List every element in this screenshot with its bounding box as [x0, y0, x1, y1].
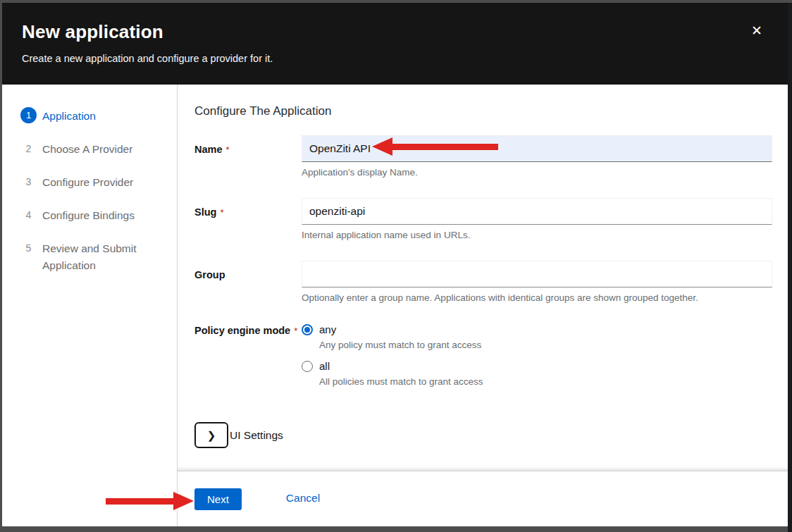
step-label: Application	[42, 107, 96, 125]
slug-helper-text: Internal application name used in URLs.	[302, 230, 772, 240]
wizard-content: Configure The Application Name* Applicat…	[178, 85, 788, 471]
wizard-step-choose-provider[interactable]: 2 Choose A Provider	[20, 135, 166, 163]
policy-mode-option-all: all All policies must match to grant acc…	[302, 360, 772, 387]
name-field-row: Name* Application's display Name.	[194, 135, 772, 178]
modal-subtitle: Create a new application and configure a…	[22, 53, 768, 64]
ui-settings-expand-button[interactable]: ❯	[194, 422, 228, 448]
radio-any[interactable]	[302, 324, 313, 335]
step-label: Configure Provider	[42, 173, 133, 191]
wizard-step-configure-bindings[interactable]: 4 Configure Bindings	[20, 201, 166, 230]
radio-all[interactable]	[302, 361, 313, 372]
slug-field-row: Slug* Internal application name used in …	[194, 198, 772, 240]
slug-label: Slug	[194, 206, 216, 218]
wizard-right-column: Configure The Application Name* Applicat…	[178, 85, 788, 526]
step-label: Configure Bindings	[42, 206, 135, 224]
name-input[interactable]	[302, 135, 772, 162]
close-icon[interactable]: ✕	[751, 24, 762, 37]
radio-any-label[interactable]: any	[319, 323, 336, 335]
ui-settings-section: ❯ UI Settings	[194, 422, 772, 448]
wizard-step-configure-provider[interactable]: 3 Configure Provider	[20, 168, 166, 197]
required-asterisk: *	[220, 207, 223, 218]
required-asterisk: *	[226, 144, 230, 155]
step-number-badge: 3	[20, 173, 37, 190]
policy-engine-mode-label: Policy engine mode	[194, 325, 290, 336]
step-number-badge: 1	[20, 107, 37, 123]
radio-all-helper: All policies must match to grant access	[319, 376, 772, 387]
new-application-modal: New application Create a new application…	[2, 3, 788, 526]
step-label: Choose A Provider	[42, 140, 132, 158]
modal-title: New application	[22, 21, 768, 43]
group-input[interactable]	[302, 261, 772, 287]
ui-settings-label: UI Settings	[230, 429, 283, 442]
name-label: Name	[194, 144, 223, 155]
group-helper-text: Optionally enter a group name. Applicati…	[302, 292, 772, 303]
name-helper-text: Application's display Name.	[302, 167, 772, 178]
group-label: Group	[194, 269, 225, 280]
background-page-sliver	[788, 3, 792, 532]
slug-input[interactable]	[302, 198, 772, 225]
wizard-steps-nav: 1 Application 2 Choose A Provider 3 Conf…	[2, 85, 178, 526]
cancel-link[interactable]: Cancel	[286, 488, 320, 505]
modal-header: New application Create a new application…	[2, 3, 788, 85]
radio-all-label[interactable]: all	[319, 360, 330, 372]
modal-body: 1 Application 2 Choose A Provider 3 Conf…	[2, 85, 788, 526]
wizard-footer: Next Cancel	[178, 471, 788, 526]
wizard-step-application[interactable]: 1 Application	[20, 101, 166, 130]
content-heading: Configure The Application	[194, 104, 772, 118]
policy-mode-option-any: any Any policy must match to grant acces…	[302, 323, 772, 350]
required-asterisk: *	[294, 326, 297, 336]
chevron-right-icon: ❯	[207, 429, 216, 442]
group-field-row: Group Optionally enter a group name. App…	[194, 261, 772, 303]
step-number-badge: 4	[20, 206, 37, 223]
step-number-badge: 2	[20, 140, 37, 156]
step-label: Review and Submit Application	[42, 240, 166, 274]
radio-any-helper: Any policy must match to grant access	[319, 340, 772, 350]
next-button[interactable]: Next	[194, 488, 242, 510]
wizard-step-review-submit[interactable]: 5 Review and Submit Application	[20, 234, 166, 280]
step-number-badge: 5	[20, 240, 37, 256]
policy-engine-mode-row: Policy engine mode* any Any policy must …	[194, 323, 772, 397]
